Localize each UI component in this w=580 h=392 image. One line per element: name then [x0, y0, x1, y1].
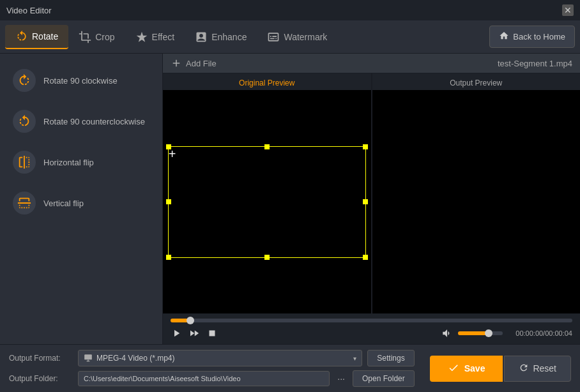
open-folder-button[interactable]: Open Folder [353, 370, 415, 387]
tab-crop-label: Crop [95, 32, 114, 42]
svg-rect-0 [84, 354, 92, 359]
volume-fill [458, 331, 487, 335]
effect-tab-icon [135, 31, 148, 43]
main-content: Rotate 90 clockwise Rotate 90 counterclo… [0, 54, 580, 344]
progress-bar[interactable] [171, 319, 572, 322]
flip-v-icon [13, 192, 36, 215]
enhance-tab-icon [195, 31, 208, 43]
back-home-icon [499, 31, 509, 43]
file-name: test-Segment 1.mp4 [498, 59, 572, 68]
tab-rotate-label: Rotate [32, 31, 58, 41]
back-home-button[interactable]: Back to Home [489, 26, 575, 48]
crop-selection-box[interactable]: + [168, 146, 366, 258]
rotate-cw-label: Rotate 90 clockwise [43, 76, 118, 86]
crop-handle-bm[interactable] [264, 255, 270, 260]
video-editor-window: Video Editor ✕ Rotate Crop Effect E [0, 0, 580, 392]
output-folder-label: Output Folder: [9, 374, 73, 383]
output-format-row: Output Format: MPEG-4 Video (*.mp4) ▾ Se… [9, 350, 415, 366]
format-value: MPEG-4 Video (*.mp4) [96, 354, 175, 363]
bottom-actions-row: Output Format: MPEG-4 Video (*.mp4) ▾ Se… [9, 350, 571, 387]
playback-controls: 00:00:00/00:00:04 [171, 328, 572, 339]
crop-handle-mr[interactable] [363, 199, 368, 204]
flip-v-label: Vertical flip [43, 199, 84, 208]
output-preview-pane: Output Preview [372, 73, 581, 313]
rotate-ccw-label: Rotate 90 counterclockwise [43, 117, 145, 126]
add-file-label: Add File [186, 59, 217, 68]
preview-area: Original Preview + [163, 73, 580, 313]
folder-path: C:\Users\editer\Documents\Aiseesoft Stud… [78, 371, 330, 386]
save-label: Save [464, 363, 485, 373]
rotate-cw-icon [13, 69, 36, 92]
flip-h-icon [13, 151, 36, 174]
flip-h-label: Horizontal flip [43, 158, 94, 167]
original-preview-label: Original Preview [239, 73, 294, 90]
output-preview-label: Output Preview [450, 73, 502, 90]
right-panel: Add File test-Segment 1.mp4 Original Pre… [163, 54, 580, 344]
crop-handle-tr[interactable] [363, 144, 368, 149]
stop-button[interactable] [206, 328, 218, 339]
tab-crop[interactable]: Crop [68, 26, 125, 49]
format-chevron-icon: ▾ [353, 355, 356, 362]
tab-bar: Rotate Crop Effect Enhance Watermark [0, 20, 580, 54]
crop-handle-br[interactable] [363, 255, 368, 260]
play-button[interactable] [171, 328, 182, 339]
reset-icon [519, 363, 529, 375]
output-folder-row: Output Folder: C:\Users\editer\Documents… [9, 370, 415, 387]
add-file-bar: Add File test-Segment 1.mp4 [163, 54, 580, 73]
sidebar-item-rotate-cw[interactable]: Rotate 90 clockwise [0, 60, 162, 101]
original-preview-video: + [163, 90, 371, 313]
volume-slider[interactable] [458, 331, 503, 335]
reset-label: Reset [533, 363, 556, 373]
tab-enhance-label: Enhance [211, 32, 247, 42]
title-bar: Video Editor ✕ [0, 0, 580, 20]
tab-effect[interactable]: Effect [125, 26, 185, 49]
tab-enhance[interactable]: Enhance [185, 26, 257, 49]
crop-handle-bl[interactable] [166, 255, 171, 260]
tab-effect-label: Effect [152, 32, 175, 42]
reset-button[interactable]: Reset [504, 356, 571, 382]
progress-thumb[interactable] [187, 317, 194, 324]
time-display: 00:00:00/00:00:04 [515, 329, 572, 337]
save-check-icon [448, 362, 459, 375]
back-home-label: Back to Home [513, 32, 565, 41]
volume-thumb[interactable] [485, 329, 492, 337]
original-preview-pane: Original Preview + [163, 73, 371, 313]
crop-handle-ml[interactable] [166, 199, 171, 204]
watermark-tab-icon [267, 31, 280, 43]
tab-watermark-label: Watermark [284, 32, 327, 42]
settings-button[interactable]: Settings [367, 350, 414, 366]
window-title: Video Editor [6, 6, 52, 15]
crop-handle-tm[interactable] [264, 144, 270, 149]
format-select[interactable]: MPEG-4 Video (*.mp4) ▾ [78, 350, 362, 366]
sidebar-item-flip-v[interactable]: Vertical flip [0, 183, 162, 223]
tab-watermark[interactable]: Watermark [257, 26, 337, 49]
add-file-button[interactable]: Add File [171, 57, 217, 69]
controls-bar: 00:00:00/00:00:04 [163, 313, 580, 344]
bottom-bar: Output Format: MPEG-4 Video (*.mp4) ▾ Se… [0, 344, 580, 392]
rotate-tab-icon [15, 30, 28, 43]
tab-rotate[interactable]: Rotate [5, 25, 68, 49]
sidebar: Rotate 90 clockwise Rotate 90 counterclo… [0, 54, 163, 344]
folder-more-button[interactable]: ··· [335, 373, 347, 384]
crop-tab-icon [79, 31, 91, 43]
output-format-label: Output Format: [9, 354, 73, 363]
step-forward-button[interactable] [188, 328, 200, 339]
save-button[interactable]: Save [430, 356, 503, 382]
output-preview-video [372, 90, 581, 313]
sidebar-item-rotate-ccw[interactable]: Rotate 90 counterclockwise [0, 101, 162, 142]
close-button[interactable]: ✕ [562, 4, 574, 16]
sidebar-item-flip-h[interactable]: Horizontal flip [0, 142, 162, 183]
crop-crosshair: + [169, 147, 176, 162]
volume-button[interactable] [441, 328, 453, 339]
volume-area [441, 328, 503, 339]
rotate-ccw-icon [13, 110, 36, 133]
